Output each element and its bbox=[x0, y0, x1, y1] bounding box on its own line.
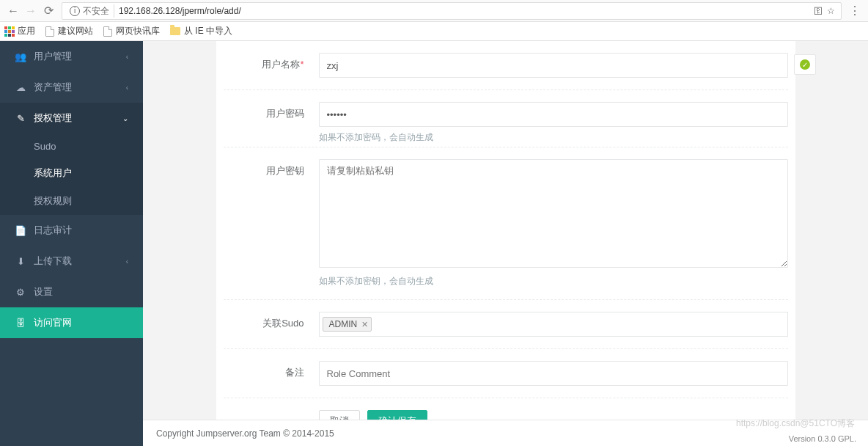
sidebar-item-label: 授权管理 bbox=[34, 112, 122, 125]
address-bar[interactable]: i 不安全 192.168.26.128/jperm/role/add/ ⚿ ☆ bbox=[62, 2, 842, 20]
sudo-tag-input[interactable]: ADMIN ✕ bbox=[319, 312, 788, 337]
sidebar-item-label: 资产管理 bbox=[34, 81, 126, 94]
bookmark-quick[interactable]: 网页快讯库 bbox=[103, 25, 160, 37]
sidebar-item-label: 访问官网 bbox=[34, 316, 128, 329]
version-text: Version 0.3.0 GPL. bbox=[789, 434, 856, 443]
archive-icon: 🗄 bbox=[15, 318, 26, 329]
apps-label: 应用 bbox=[18, 25, 35, 37]
sidebar-item-asset-mgmt[interactable]: ☁ 资产管理 ‹ bbox=[0, 72, 143, 103]
chevron-left-icon: ‹ bbox=[126, 84, 128, 92]
form-row-comment: 备注 bbox=[224, 349, 788, 398]
url-text: 192.168.26.128/jperm/role/add/ bbox=[119, 6, 814, 16]
users-icon: 👥 bbox=[15, 51, 26, 62]
username-label: 用户名称* bbox=[224, 53, 319, 71]
tag-remove-icon[interactable]: ✕ bbox=[361, 320, 368, 329]
key-textarea[interactable] bbox=[319, 159, 788, 268]
sidebar-item-upload[interactable]: ⬇ 上传下载 ‹ bbox=[0, 246, 143, 277]
sidebar-item-settings[interactable]: ⚙ 设置 bbox=[0, 277, 143, 307]
sudo-tag[interactable]: ADMIN ✕ bbox=[323, 317, 372, 332]
username-input[interactable] bbox=[319, 53, 788, 78]
tag-label: ADMIN bbox=[329, 319, 358, 329]
sudo-label: 关联Sudo bbox=[224, 312, 319, 330]
apps-shortcut[interactable]: 应用 bbox=[4, 25, 35, 37]
form-row-sudo: 关联Sudo ADMIN ✕ bbox=[224, 300, 788, 349]
file-icon: 📄 bbox=[15, 225, 26, 236]
menu-icon[interactable]: ⋮ bbox=[846, 2, 864, 20]
check-icon: ✓ bbox=[800, 59, 810, 70]
edit-icon: ✎ bbox=[15, 113, 26, 124]
password-help: 如果不添加密码，会自动生成 bbox=[319, 131, 788, 144]
watermark: https://blog.csdn@51CTO博客 bbox=[736, 417, 855, 430]
bookmark-label: 建议网站 bbox=[58, 25, 93, 37]
comment-label: 备注 bbox=[224, 361, 319, 379]
main-content: 用户名称* ✓ 用户密码 如果不添加密码，会自动生成 用户密钥 bbox=[143, 41, 868, 446]
chevron-left-icon: ‹ bbox=[126, 257, 128, 266]
chevron-down-icon: ⌄ bbox=[122, 114, 128, 123]
page-icon bbox=[103, 26, 112, 37]
bookmarks-bar: 应用 建议网站 网页快讯库 从 IE 中导入 bbox=[0, 22, 868, 41]
app-area: 👥 用户管理 ‹ ☁ 资产管理 ‹ ✎ 授权管理 ⌄ Sudo 系统用户 授权规… bbox=[0, 41, 868, 446]
key-label: 用户密钥 bbox=[224, 159, 319, 178]
bookmark-label: 从 IE 中导入 bbox=[184, 25, 232, 37]
copyright-text: Copyright Jumpserver.org Team © 2014-201… bbox=[156, 428, 334, 439]
valid-badge: ✓ bbox=[794, 54, 816, 75]
download-icon: ⬇ bbox=[15, 256, 26, 267]
chevron-left-icon: ‹ bbox=[126, 53, 128, 61]
info-icon: i bbox=[70, 6, 80, 16]
password-input[interactable] bbox=[319, 102, 788, 127]
key-help: 如果不添加密钥，会自动生成 bbox=[319, 275, 788, 288]
form-row-password: 用户密码 如果不添加密码，会自动生成 bbox=[224, 90, 788, 147]
page-icon bbox=[45, 26, 54, 37]
sidebar-item-label: 日志审计 bbox=[34, 224, 128, 237]
bookmark-star-icon[interactable]: ☆ bbox=[827, 6, 835, 16]
sidebar: 👥 用户管理 ‹ ☁ 资产管理 ‹ ✎ 授权管理 ⌄ Sudo 系统用户 授权规… bbox=[0, 41, 143, 446]
cloud-icon: ☁ bbox=[15, 82, 26, 93]
insecure-label: 不安全 bbox=[83, 4, 109, 18]
sidebar-item-label: 用户管理 bbox=[34, 50, 126, 63]
sidebar-subitem-sysuser[interactable]: 系统用户 bbox=[0, 159, 143, 187]
bookmark-label: 网页快讯库 bbox=[116, 25, 160, 37]
bookmark-ie-import[interactable]: 从 IE 中导入 bbox=[170, 25, 232, 37]
bookmark-recommend[interactable]: 建议网站 bbox=[45, 25, 93, 37]
insecure-badge[interactable]: i 不安全 bbox=[65, 4, 114, 18]
sidebar-submenu-perm: Sudo 系统用户 授权规则 bbox=[0, 134, 143, 215]
browser-toolbar: ← → ⟳ i 不安全 192.168.26.128/jperm/role/ad… bbox=[0, 0, 868, 22]
sidebar-item-visit-official[interactable]: 🗄 访问官网 bbox=[0, 307, 143, 338]
form-row-key: 用户密钥 如果不添加密钥，会自动生成 bbox=[224, 147, 788, 300]
password-label: 用户密码 bbox=[224, 102, 319, 120]
key-icon[interactable]: ⚿ bbox=[814, 6, 821, 16]
sidebar-item-log-audit[interactable]: 📄 日志审计 bbox=[0, 215, 143, 246]
apps-grid-icon bbox=[4, 26, 15, 37]
sidebar-subitem-permrule[interactable]: 授权规则 bbox=[0, 187, 143, 215]
sidebar-item-label: 上传下载 bbox=[34, 255, 126, 268]
sidebar-item-perm-mgmt[interactable]: ✎ 授权管理 ⌄ bbox=[0, 103, 143, 134]
form-panel: 用户名称* ✓ 用户密码 如果不添加密码，会自动生成 用户密钥 bbox=[216, 41, 795, 446]
gear-icon: ⚙ bbox=[15, 287, 26, 298]
sidebar-item-user-mgmt[interactable]: 👥 用户管理 ‹ bbox=[0, 41, 143, 72]
sidebar-item-label: 设置 bbox=[34, 285, 128, 299]
forward-button[interactable]: → bbox=[22, 2, 40, 20]
back-button[interactable]: ← bbox=[4, 2, 22, 20]
sidebar-subitem-sudo[interactable]: Sudo bbox=[0, 134, 143, 159]
reload-button[interactable]: ⟳ bbox=[40, 2, 57, 20]
folder-icon bbox=[170, 27, 180, 35]
comment-input[interactable] bbox=[319, 361, 788, 386]
form-row-username: 用户名称* ✓ bbox=[224, 41, 788, 90]
